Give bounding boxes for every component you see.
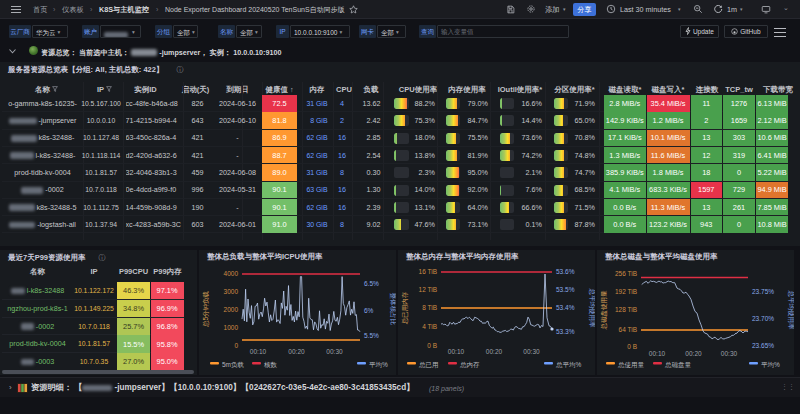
svg-text:00:10: 00:10 bbox=[649, 350, 666, 357]
svg-text:6.5%: 6.5% bbox=[364, 280, 379, 287]
svg-text:23.75%: 23.75% bbox=[752, 288, 774, 295]
svg-text:23.70%: 23.70% bbox=[752, 315, 774, 322]
svg-text:整体核占比: 整体核占比 bbox=[389, 293, 396, 326]
svg-text:总平均%: 总平均% bbox=[555, 361, 582, 368]
svg-text:00:10: 00:10 bbox=[250, 348, 267, 355]
svg-text:5m负载: 5m负载 bbox=[222, 361, 244, 368]
svg-text:平均%: 平均% bbox=[761, 361, 780, 368]
svg-text:0 B: 0 B bbox=[427, 342, 437, 349]
svg-text:总使用量: 总使用量 bbox=[617, 361, 645, 369]
svg-text:64 TiB: 64 TiB bbox=[619, 326, 637, 333]
svg-text:53.4%: 53.4% bbox=[556, 304, 575, 311]
svg-text:核数: 核数 bbox=[263, 361, 278, 368]
svg-text:总磁盘量: 总磁盘量 bbox=[664, 361, 692, 369]
svg-text:总磁盘使用量: 总磁盘使用量 bbox=[600, 290, 608, 331]
svg-text:4 TiB: 4 TiB bbox=[422, 323, 437, 330]
svg-text:平均%: 平均% bbox=[369, 361, 388, 368]
svg-text:128 TiB: 128 TiB bbox=[615, 306, 637, 313]
svg-text:8 TiB: 8 TiB bbox=[422, 304, 437, 311]
svg-text:00:30: 00:30 bbox=[523, 348, 540, 355]
svg-text:2000: 2000 bbox=[224, 306, 239, 313]
svg-text:0 B: 0 B bbox=[627, 343, 637, 350]
svg-text:整体总负载与整体平均ICPU使用率: 整体总负载与整体平均ICPU使用率 bbox=[206, 252, 323, 261]
svg-text:00:20: 00:20 bbox=[288, 348, 305, 355]
svg-text:12 TiB: 12 TiB bbox=[419, 286, 437, 293]
svg-text:53.6%: 53.6% bbox=[556, 268, 575, 275]
svg-text:00:30: 00:30 bbox=[721, 350, 738, 357]
svg-text:整体总内存与整体平均内存使用率: 整体总内存与整体平均内存使用率 bbox=[405, 252, 519, 261]
svg-text:总平均使用率: 总平均使用率 bbox=[787, 290, 794, 331]
svg-text:00:20: 00:20 bbox=[685, 350, 702, 357]
svg-text:00:20: 00:20 bbox=[486, 348, 503, 355]
svg-text:53.5%: 53.5% bbox=[556, 286, 575, 293]
svg-text:4000: 4000 bbox=[224, 270, 239, 277]
svg-text:总内存: 总内存 bbox=[459, 361, 480, 368]
svg-text:总平均使用率: 总平均使用率 bbox=[588, 288, 595, 329]
svg-text:0: 0 bbox=[234, 342, 238, 349]
svg-text:6%: 6% bbox=[364, 307, 374, 314]
svg-text:1000: 1000 bbox=[224, 324, 239, 331]
svg-text:总5分钟负载: 总5分钟负载 bbox=[202, 291, 209, 328]
svg-text:53.3%: 53.3% bbox=[556, 328, 575, 335]
svg-text:3000: 3000 bbox=[224, 288, 239, 295]
svg-text:00:30: 00:30 bbox=[326, 348, 343, 355]
svg-text:5.5%: 5.5% bbox=[364, 332, 379, 339]
svg-text:256 TiB: 256 TiB bbox=[615, 270, 637, 277]
svg-text:192 TiB: 192 TiB bbox=[615, 288, 637, 295]
svg-text:23.65%: 23.65% bbox=[752, 342, 774, 349]
svg-text:总已用: 总已用 bbox=[418, 361, 439, 369]
svg-text:16 TiB: 16 TiB bbox=[419, 268, 437, 275]
svg-text:00:10: 00:10 bbox=[448, 348, 465, 355]
svg-text:总已用内存: 总已用内存 bbox=[401, 291, 409, 325]
svg-text:整体总磁盘与整体平均磁盘使用率: 整体总磁盘与整体平均磁盘使用率 bbox=[604, 252, 718, 261]
